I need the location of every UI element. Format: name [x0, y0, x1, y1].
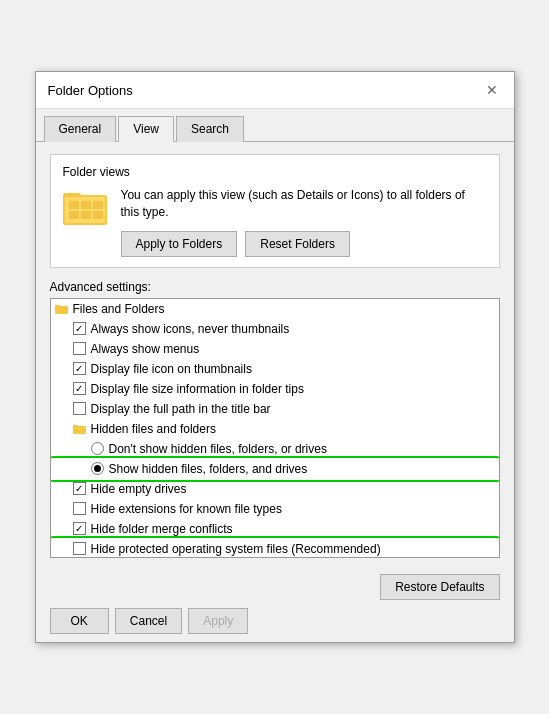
ok-button[interactable]: OK: [50, 608, 109, 634]
list-item[interactable]: Display file icon on thumbnails: [51, 359, 499, 379]
advanced-label: Advanced settings:: [50, 280, 500, 294]
checkbox[interactable]: [73, 382, 86, 395]
checkbox[interactable]: [73, 542, 86, 555]
checkbox-label: Display the full path in the title bar: [91, 402, 271, 416]
svg-rect-4: [81, 201, 91, 209]
folder-views-section: Folder views: [50, 154, 500, 268]
tab-content: Folder views: [36, 142, 514, 570]
checkbox-label: Hide empty drives: [91, 482, 187, 496]
tab-general[interactable]: General: [44, 116, 117, 142]
apply-to-folders-button[interactable]: Apply to Folders: [121, 231, 238, 257]
svg-rect-3: [69, 201, 79, 209]
tab-view[interactable]: View: [118, 116, 174, 142]
list-item[interactable]: Always show menus: [51, 339, 499, 359]
category-folder-icon: [73, 423, 87, 435]
checkbox-label: Display file size information in folder …: [91, 382, 304, 396]
bottom-buttons: OK Cancel Apply: [36, 608, 514, 634]
title-bar: Folder Options ✕: [36, 72, 514, 109]
list-item[interactable]: Files and Folders: [51, 299, 499, 319]
list-item[interactable]: Display file size information in folder …: [51, 379, 499, 399]
checkbox-label: Always show icons, never thumbnails: [91, 322, 290, 336]
radio-label: Show hidden files, folders, and drives: [109, 462, 308, 476]
svg-rect-5: [93, 201, 103, 209]
folder-buttons: Apply to Folders Reset Folders: [121, 231, 487, 257]
checkbox[interactable]: [73, 342, 86, 355]
checkbox[interactable]: [73, 362, 86, 375]
category-label: Files and Folders: [73, 302, 165, 316]
radio-label: Don't show hidden files, folders, or dri…: [109, 442, 327, 456]
restore-defaults-button[interactable]: Restore Defaults: [380, 574, 499, 600]
list-item[interactable]: Always show icons, never thumbnails: [51, 319, 499, 339]
list-item[interactable]: Display the full path in the title bar: [51, 399, 499, 419]
checkbox[interactable]: [73, 482, 86, 495]
radio-button[interactable]: [91, 442, 104, 455]
restore-defaults-bar: Restore Defaults: [36, 570, 514, 608]
category-folder-icon: [55, 303, 69, 315]
folder-icon: [63, 187, 111, 227]
category-label: Hidden files and folders: [91, 422, 216, 436]
checkbox[interactable]: [73, 522, 86, 535]
svg-rect-10: [55, 305, 60, 308]
window-title: Folder Options: [48, 83, 133, 98]
list-item[interactable]: Hide protected operating system files (R…: [51, 539, 499, 558]
tab-search[interactable]: Search: [176, 116, 244, 142]
folder-options-window: Folder Options ✕ General View Search Fol…: [35, 71, 515, 643]
svg-rect-7: [81, 211, 91, 219]
list-item[interactable]: Show hidden files, folders, and drives: [51, 459, 499, 479]
svg-rect-12: [73, 425, 78, 428]
apply-button[interactable]: Apply: [188, 608, 248, 634]
folder-views-desc-container: You can apply this view (such as Details…: [121, 187, 487, 257]
checkbox[interactable]: [73, 322, 86, 335]
svg-rect-6: [69, 211, 79, 219]
checkbox-label: Display file icon on thumbnails: [91, 362, 252, 376]
list-item[interactable]: Hidden files and folders: [51, 419, 499, 439]
radio-button[interactable]: [91, 462, 104, 475]
checkbox-label: Always show menus: [91, 342, 200, 356]
advanced-settings-list[interactable]: Files and FoldersAlways show icons, neve…: [50, 298, 500, 558]
folder-views-content: You can apply this view (such as Details…: [63, 187, 487, 257]
checkbox-label: Hide extensions for known file types: [91, 502, 282, 516]
checkbox[interactable]: [73, 502, 86, 515]
tab-bar: General View Search: [36, 109, 514, 142]
checkbox[interactable]: [73, 402, 86, 415]
folder-views-description: You can apply this view (such as Details…: [121, 187, 487, 221]
list-item[interactable]: Don't show hidden files, folders, or dri…: [51, 439, 499, 459]
close-button[interactable]: ✕: [482, 80, 502, 100]
folder-svg: [63, 187, 111, 227]
list-item[interactable]: Hide extensions for known file types: [51, 499, 499, 519]
cancel-button[interactable]: Cancel: [115, 608, 182, 634]
list-item[interactable]: Hide empty drives: [51, 479, 499, 499]
list-item[interactable]: Hide folder merge conflicts: [51, 519, 499, 539]
reset-folders-button[interactable]: Reset Folders: [245, 231, 350, 257]
folder-views-label: Folder views: [63, 165, 487, 179]
checkbox-label: Hide protected operating system files (R…: [91, 542, 381, 556]
svg-rect-2: [65, 197, 105, 223]
checkbox-label: Hide folder merge conflicts: [91, 522, 233, 536]
svg-rect-8: [93, 211, 103, 219]
